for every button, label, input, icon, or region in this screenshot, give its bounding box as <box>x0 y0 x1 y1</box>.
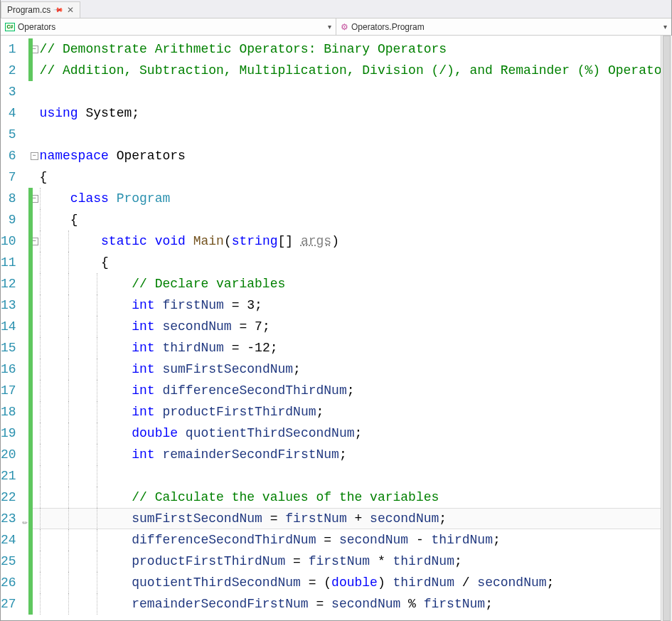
navigation-bar: C# Operators ▾ ⚙ Operators.Program ▾ <box>1 18 671 36</box>
code-line[interactable]: int sumFirstSecondNum; <box>38 359 672 380</box>
indent-guide <box>97 337 97 359</box>
code-text: int remainderSecondFirstNum; <box>40 447 347 462</box>
scrollbar-thumb[interactable] <box>663 36 671 621</box>
code-text: double quotientThirdSecondNum; <box>40 426 363 440</box>
code-text: using System; <box>40 106 139 120</box>
code-text: int firstNum = 3; <box>40 298 262 312</box>
code-line[interactable]: int differenceSecondThirdNum; <box>38 380 672 401</box>
code-line[interactable]: int thirdNum = -12; <box>38 337 672 359</box>
code-text: // Demonstrate Arithmetic Operators: Bin… <box>40 42 447 56</box>
code-text: { <box>40 170 48 184</box>
code-line[interactable]: // Calculate the values of the variables <box>38 487 672 508</box>
line-number: 16 <box>1 359 16 380</box>
indent-guide <box>97 444 97 465</box>
indent-guide <box>40 551 41 572</box>
code-area[interactable]: // Demonstrate Arithmetic Operators: Bin… <box>38 36 672 620</box>
indent-guide <box>68 572 69 593</box>
indent-guide <box>40 294 41 316</box>
namespace-label: Operators <box>18 22 55 32</box>
fold-toggle[interactable]: − <box>31 152 38 160</box>
code-line[interactable]: class Program <box>38 188 672 209</box>
indent-guide <box>68 551 69 572</box>
code-text: { <box>40 213 78 227</box>
namespace-dropdown[interactable]: C# Operators ▾ <box>1 18 336 35</box>
code-text: productFirstThirdNum = firstNum * thirdN… <box>40 554 462 568</box>
line-number: 20 <box>1 444 16 465</box>
indent-guide <box>97 508 97 529</box>
line-number: 24 <box>1 529 16 551</box>
indent-guide <box>40 593 41 615</box>
line-number: 10 <box>1 230 16 252</box>
code-text <box>40 469 132 483</box>
fold-cell: − <box>31 145 38 166</box>
code-line[interactable]: remainderSecondFirstNum = secondNum % fi… <box>38 593 672 615</box>
indent-guide <box>97 529 97 551</box>
code-line[interactable]: static void Main(string[] args) <box>38 230 672 252</box>
code-line[interactable]: { <box>38 166 672 188</box>
fold-cell <box>31 102 38 124</box>
change-indicator <box>28 359 33 380</box>
code-line[interactable] <box>38 81 672 102</box>
code-line[interactable]: int firstNum = 3; <box>38 294 672 316</box>
code-line[interactable]: { <box>38 209 672 230</box>
code-line[interactable]: namespace Operators <box>38 145 672 166</box>
indent-guide <box>68 294 69 316</box>
code-line[interactable] <box>38 124 672 145</box>
indent-guide <box>68 423 69 444</box>
indent-guide <box>40 401 41 423</box>
line-number: 21 <box>1 465 16 487</box>
change-indicator <box>28 593 33 615</box>
indent-guide <box>40 359 41 380</box>
code-line[interactable]: int productFirstThirdNum; <box>38 401 672 423</box>
code-line[interactable]: sumFirstSecondNum = firstNum + secondNum… <box>38 508 672 529</box>
change-indicator <box>28 230 33 252</box>
code-line[interactable]: // Addition, Subtraction, Multiplication… <box>38 60 672 81</box>
code-line[interactable]: int remainderSecondFirstNum; <box>38 444 672 465</box>
code-line[interactable]: // Demonstrate Arithmetic Operators: Bin… <box>38 38 672 60</box>
vertical-scrollbar[interactable] <box>661 36 672 621</box>
line-number: 17 <box>1 380 16 401</box>
code-line[interactable]: { <box>38 252 672 273</box>
indent-guide <box>40 529 41 551</box>
indent-guide <box>97 572 97 593</box>
indent-guide <box>68 508 69 529</box>
indent-guide <box>40 380 41 401</box>
line-number: 4 <box>1 102 16 124</box>
change-indicator <box>28 380 33 401</box>
change-indicator <box>28 529 33 551</box>
indent-guide <box>68 380 69 401</box>
indent-guide <box>40 252 41 273</box>
change-indicator <box>28 316 33 337</box>
code-text: int differenceSecondThirdNum; <box>40 383 355 398</box>
code-line[interactable]: productFirstThirdNum = firstNum * thirdN… <box>38 551 672 572</box>
code-editor[interactable]: 1234567891011121314151617181920212223✎24… <box>1 36 671 620</box>
close-icon[interactable]: ✕ <box>67 6 74 14</box>
code-text: int thirdNum = -12; <box>40 341 278 355</box>
indent-guide <box>97 593 97 615</box>
indent-guide <box>40 273 41 294</box>
code-text: { <box>40 255 109 270</box>
indent-guide <box>97 551 97 572</box>
indent-guide <box>68 401 69 423</box>
indent-guide <box>68 337 69 359</box>
code-line[interactable]: using System; <box>38 102 672 124</box>
document-tab[interactable]: Program.cs 📌 ✕ <box>1 1 80 18</box>
class-dropdown[interactable]: ⚙ Operators.Program ▾ <box>336 18 671 35</box>
indent-guide <box>68 444 69 465</box>
change-indicator <box>28 188 33 209</box>
change-indicator <box>28 508 33 529</box>
code-line[interactable]: differenceSecondThirdNum = secondNum - t… <box>38 529 672 551</box>
code-line[interactable]: quotientThirdSecondNum = (double) thirdN… <box>38 572 672 593</box>
indent-guide <box>97 401 97 423</box>
pin-icon[interactable]: 📌 <box>53 5 64 16</box>
code-line[interactable] <box>38 465 672 487</box>
line-number: 11 <box>1 252 16 273</box>
line-number: 22 <box>1 487 16 508</box>
code-line[interactable]: double quotientThirdSecondNum; <box>38 423 672 444</box>
code-line[interactable]: // Declare variables <box>38 273 672 294</box>
code-line[interactable]: int secondNum = 7; <box>38 316 672 337</box>
indent-guide <box>40 230 41 252</box>
line-number: 9 <box>1 209 16 230</box>
indent-guide <box>97 380 97 401</box>
line-number: 23✎ <box>1 508 16 529</box>
